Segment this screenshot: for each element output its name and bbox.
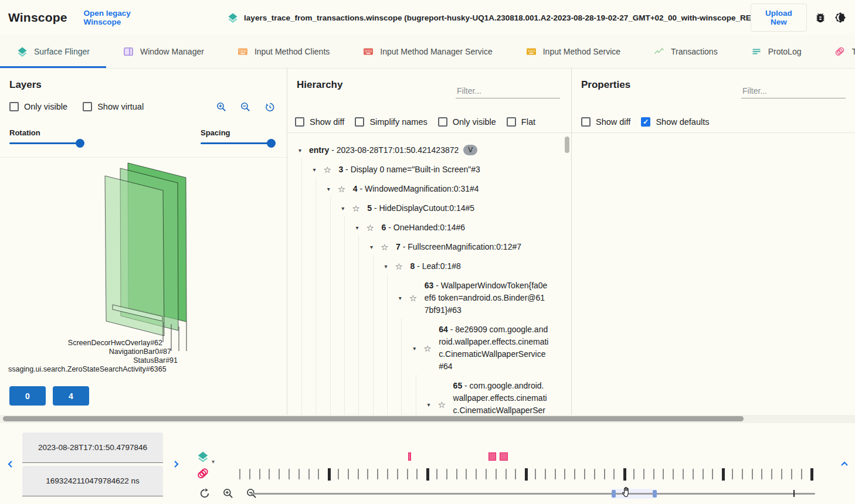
transition-marker[interactable]	[500, 452, 508, 461]
timeline-tick[interactable]	[732, 469, 733, 479]
timeline-tick[interactable]	[358, 469, 359, 479]
timeline-tick[interactable]	[703, 469, 704, 479]
spacing-slider[interactable]: Spacing	[201, 128, 273, 144]
star-icon[interactable]: ☆	[323, 164, 338, 176]
timeline-tick[interactable]	[308, 469, 310, 479]
timeline-tick[interactable]	[683, 469, 684, 479]
star-icon[interactable]: ☆	[338, 183, 353, 195]
checkbox-box[interactable]	[355, 117, 364, 127]
expand-arrow-icon[interactable]: ▾	[367, 241, 381, 253]
timeline-tick[interactable]	[613, 469, 615, 479]
timeline-tick[interactable]	[742, 469, 743, 479]
spacing-thumb[interactable]	[267, 139, 276, 148]
tree-node[interactable]: ▾☆ 65 - com.google.android.wallpaper.eff…	[295, 376, 549, 415]
only-visible-checkbox[interactable]: Only visible	[438, 117, 496, 127]
timeline-tick[interactable]	[328, 468, 331, 481]
tab-surface-flinger[interactable]: Surface Flinger	[0, 35, 106, 68]
timeline-tick[interactable]	[545, 469, 546, 479]
only-visible-checkbox[interactable]: Only visible	[9, 102, 67, 111]
horizontal-scrollbar-thumb[interactable]	[3, 416, 744, 421]
tree-node[interactable]: ▾☆ 63 - WallpaperWindowToken{fa0eef6 tok…	[295, 276, 549, 320]
show-virtual-checkbox[interactable]: Show virtual	[83, 102, 144, 111]
dark-mode-icon[interactable]	[834, 11, 847, 24]
range-slider-handle-right[interactable]	[653, 490, 657, 498]
star-icon[interactable]: ☆	[352, 202, 367, 214]
hierarchy-filter-input[interactable]	[456, 84, 560, 98]
timeline-tick[interactable]	[387, 469, 388, 479]
show-diff-checkbox[interactable]: Show diff	[295, 117, 344, 127]
simplify-names-checkbox[interactable]: Simplify names	[355, 117, 427, 127]
timeline-tick[interactable]	[338, 469, 339, 479]
timeline-tick[interactable]	[761, 469, 762, 479]
timeline-tick[interactable]	[594, 469, 595, 479]
timeline-tick[interactable]	[525, 468, 528, 481]
tab-input-method-service[interactable]: Input Method Service	[509, 35, 637, 68]
timeline-tick[interactable]	[653, 469, 654, 479]
timeline-tick[interactable]	[486, 469, 487, 479]
tab-transitions[interactable]: Tra	[817, 35, 855, 68]
timeline-tick[interactable]	[496, 469, 497, 479]
timeline-tick[interactable]	[633, 469, 635, 479]
checkbox-box[interactable]	[507, 117, 516, 127]
upload-new-button[interactable]: Upload New	[751, 4, 807, 32]
checkbox-box[interactable]	[295, 117, 304, 127]
timeline-tick[interactable]	[771, 469, 772, 479]
tree-node[interactable]: ▾☆ 8 - Leaf:0:1#8	[295, 257, 549, 276]
timeline-tick[interactable]	[564, 469, 565, 479]
show-defaults-checkbox[interactable]: Show defaults	[641, 117, 709, 127]
checkbox-box[interactable]	[9, 102, 19, 111]
tab-input-method-manager-service[interactable]: Input Method Manager Service	[346, 35, 508, 68]
timeline-tick[interactable]	[555, 469, 556, 479]
zoom-in-icon[interactable]	[216, 101, 227, 113]
expand-arrow-icon[interactable]: ▾	[381, 260, 395, 273]
range-slider-track[interactable]	[250, 493, 815, 495]
timeline-tick[interactable]	[416, 469, 418, 479]
star-icon[interactable]: ☆	[367, 222, 382, 234]
timeline-tick[interactable]	[367, 469, 368, 479]
timeline-ruler[interactable]	[0, 423, 855, 504]
expand-arrow-icon[interactable]: ▾	[324, 183, 338, 195]
timeline-tick[interactable]	[505, 469, 507, 479]
timeline-tick[interactable]	[426, 468, 429, 481]
tree-scrollbar[interactable]	[565, 137, 569, 153]
star-icon[interactable]: ☆	[438, 399, 453, 411]
timeline-tick[interactable]	[269, 469, 270, 479]
timeline-tick[interactable]	[574, 469, 575, 479]
tab-transactions[interactable]: Transactions	[637, 35, 734, 68]
tab-protolog[interactable]: ProtoLog	[734, 35, 818, 68]
expand-arrow-icon[interactable]: ▾	[309, 164, 323, 176]
horizontal-scrollbar[interactable]	[0, 415, 855, 423]
tab-input-method-clients[interactable]: Input Method Clients	[220, 35, 346, 68]
properties-filter-input[interactable]	[741, 84, 846, 98]
checkbox-box[interactable]	[83, 102, 92, 111]
range-slider-handle-left[interactable]	[612, 490, 616, 498]
tree-node[interactable]: ▾☆ 3 - Display 0 name="Built-in Screen"#…	[295, 160, 549, 179]
timeline-tick[interactable]	[318, 469, 319, 479]
timeline-tick[interactable]	[476, 469, 477, 479]
timeline-tick[interactable]	[663, 469, 664, 479]
open-legacy-link[interactable]: Open legacy Winscope	[84, 9, 163, 26]
timeline-tick[interactable]	[801, 469, 802, 479]
timeline-tick[interactable]	[298, 469, 300, 479]
tree-node[interactable]: ▾☆ 64 - 8e26909 com.google.android.wallp…	[295, 320, 549, 376]
timeline-tick[interactable]	[259, 469, 260, 479]
transition-marker[interactable]	[488, 452, 496, 461]
timeline-tick[interactable]	[535, 469, 536, 479]
star-icon[interactable]: ☆	[423, 342, 439, 355]
flat-checkbox[interactable]: Flat	[507, 117, 535, 127]
spacing-track[interactable]	[201, 142, 273, 144]
timeline-tick[interactable]	[722, 468, 725, 481]
expand-arrow-icon[interactable]: ▾	[409, 342, 423, 355]
timeline-tick[interactable]	[584, 469, 585, 479]
bug-report-icon[interactable]	[814, 11, 827, 24]
timeline-tick[interactable]	[781, 469, 782, 479]
transition-marker[interactable]	[408, 452, 411, 461]
timeline-tick[interactable]	[239, 469, 240, 479]
timeline-tick[interactable]	[712, 469, 713, 479]
tree-node[interactable]: ▾☆ 7 - FullscreenMagnification:0:12#7	[295, 237, 549, 257]
timeline-tick[interactable]	[791, 469, 792, 479]
timeline-tick[interactable]	[289, 469, 290, 479]
timeline-tick[interactable]	[279, 469, 280, 479]
expand-arrow-icon[interactable]: ▾	[395, 292, 409, 304]
timeline-tick[interactable]	[249, 469, 250, 479]
